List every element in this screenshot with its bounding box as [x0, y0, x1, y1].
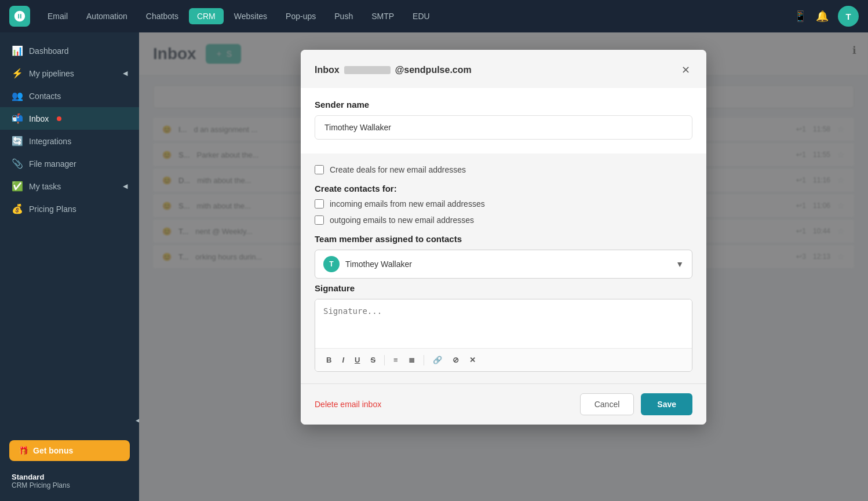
- nav-popups[interactable]: Pop-ups: [278, 8, 324, 24]
- sidebar-item-integrations[interactable]: 🔄 Integrations: [0, 130, 139, 152]
- inbox-settings-modal: Inbox @sendpulse.com ✕ Sender name: [301, 50, 706, 425]
- sidebar-bottom: 🎁 Get bonus: [0, 433, 139, 468]
- get-bonus-label: Get bonus: [33, 446, 73, 455]
- mobile-icon[interactable]: 📱: [794, 10, 807, 23]
- get-bonus-button[interactable]: 🎁 Get bonus: [9, 440, 130, 461]
- nav-push[interactable]: Push: [326, 8, 361, 24]
- toolbar-bold[interactable]: B: [322, 353, 335, 367]
- toolbar-divider-2: [424, 355, 424, 365]
- nav-smtp[interactable]: SMTP: [363, 8, 402, 24]
- sidebar-item-tasks[interactable]: ✅ My tasks ◀: [0, 175, 139, 198]
- sidebar-item-label-contacts: Contacts: [29, 92, 61, 101]
- signature-toolbar: B I U S ≡ ≣ 🔗 ⊘ ✕: [315, 348, 692, 371]
- inbox-icon: 📬: [12, 113, 23, 124]
- save-button[interactable]: Save: [641, 393, 692, 415]
- create-contacts-label: Create contacts for:: [315, 184, 692, 193]
- sidebar-item-label-dashboard: Dashboard: [29, 46, 69, 56]
- nav-crm[interactable]: CRM: [189, 8, 224, 24]
- sender-name-section: Sender name: [301, 88, 706, 153]
- plan-name: Standard: [12, 473, 127, 481]
- nav-websites[interactable]: Websites: [226, 8, 275, 24]
- sidebar-item-pricing[interactable]: 💰 Pricing Plans: [0, 198, 139, 220]
- toolbar-divider-1: [384, 355, 385, 365]
- sidebar-item-dashboard[interactable]: 📊 Dashboard: [0, 39, 139, 62]
- modal-body: Create deals for new email addresses Cre…: [301, 153, 706, 383]
- incoming-emails-checkbox[interactable]: [315, 199, 324, 209]
- create-deals-row: Create deals for new email addresses: [315, 165, 692, 174]
- sidebar-item-contacts[interactable]: 👥 Contacts: [0, 85, 139, 107]
- toolbar-underline[interactable]: U: [351, 353, 364, 367]
- toolbar-italic[interactable]: I: [338, 353, 348, 367]
- toolbar-clear[interactable]: ✕: [465, 353, 480, 367]
- top-nav: Email Automation Chatbots CRM Websites P…: [0, 0, 868, 32]
- sidebar-item-label-tasks: My tasks: [29, 182, 61, 191]
- main-layout: 📊 Dashboard ⚡ My pipelines ◀ 👥 Contacts …: [0, 32, 868, 501]
- nav-chatbots[interactable]: Chatbots: [138, 8, 187, 24]
- contacts-icon: 👥: [12, 90, 23, 101]
- cancel-button[interactable]: Cancel: [580, 393, 634, 415]
- sidebar: 📊 Dashboard ⚡ My pipelines ◀ 👥 Contacts …: [0, 32, 139, 501]
- sidebar-item-pipelines[interactable]: ⚡ My pipelines ◀: [0, 62, 139, 85]
- user-avatar[interactable]: T: [838, 6, 859, 27]
- plan-sub: CRM Pricing Plans: [12, 481, 127, 489]
- incoming-emails-label: incoming emails from new email addresses: [330, 199, 485, 209]
- filemanager-icon: 📎: [12, 158, 23, 169]
- email-blur: [344, 66, 391, 74]
- bell-icon[interactable]: 🔔: [816, 10, 829, 23]
- modal-overlay: Inbox @sendpulse.com ✕ Sender name: [139, 32, 868, 501]
- modal-header: Inbox @sendpulse.com ✕: [301, 50, 706, 88]
- signature-area: B I U S ≡ ≣ 🔗 ⊘ ✕: [315, 299, 692, 372]
- modal-close-button[interactable]: ✕: [679, 61, 692, 79]
- modal-footer: Delete email inbox Cancel Save: [301, 383, 706, 425]
- outgoing-emails-row: outgoing emails to new email addresses: [315, 215, 692, 225]
- team-member-value: Timothey Wallaker: [345, 259, 412, 269]
- toolbar-strikethrough[interactable]: S: [366, 353, 380, 367]
- nav-automation[interactable]: Automation: [78, 8, 136, 24]
- sidebar-item-label-inbox: Inbox: [29, 114, 49, 123]
- team-member-avatar: T: [323, 256, 340, 272]
- create-deals-label: Create deals for new email addresses: [330, 165, 466, 174]
- sidebar-item-filemanager[interactable]: 📎 File manager: [0, 152, 139, 175]
- toolbar-unlink[interactable]: ⊘: [448, 353, 463, 367]
- pipelines-arrow: ◀: [123, 70, 127, 77]
- tasks-icon: ✅: [12, 181, 23, 192]
- inbox-badge: [57, 116, 61, 121]
- sidebar-item-label-pricing: Pricing Plans: [29, 204, 76, 214]
- modal-title-suffix: @sendpulse.com: [395, 65, 472, 75]
- outgoing-emails-checkbox[interactable]: [315, 215, 324, 225]
- nav-edu[interactable]: EDU: [404, 8, 438, 24]
- nav-email[interactable]: Email: [39, 8, 76, 24]
- delete-inbox-button[interactable]: Delete email inbox: [315, 400, 381, 409]
- toolbar-bullet-list[interactable]: ≡: [389, 353, 402, 367]
- app-logo[interactable]: [9, 6, 30, 27]
- incoming-emails-row: incoming emails from new email addresses: [315, 199, 692, 209]
- sender-name-input[interactable]: [315, 115, 692, 140]
- toolbar-link[interactable]: 🔗: [429, 353, 446, 367]
- modal-title: Inbox @sendpulse.com: [315, 65, 472, 75]
- sender-name-label: Sender name: [315, 100, 692, 109]
- create-deals-checkbox[interactable]: [315, 165, 324, 174]
- team-member-dropdown[interactable]: T Timothey Wallaker ▼: [315, 250, 692, 279]
- dashboard-icon: 📊: [12, 45, 23, 56]
- outgoing-emails-label: outgoing emails to new email addresses: [330, 215, 474, 225]
- toolbar-ordered-list[interactable]: ≣: [404, 353, 419, 367]
- gift-icon: 🎁: [19, 446, 28, 455]
- footer-actions: Cancel Save: [580, 393, 692, 415]
- modal-title-prefix: Inbox: [315, 65, 340, 75]
- content-area: Inbox ＋ S 😊 I... d an assignment ... ↩1: [139, 32, 868, 501]
- team-member-section-label: Team member assigned to contacts: [315, 234, 692, 244]
- nav-right: 📱 🔔 T: [794, 6, 859, 27]
- sidebar-footer: Standard CRM Pricing Plans: [0, 468, 139, 494]
- sidebar-item-label-pipelines: My pipelines: [29, 69, 74, 78]
- pipelines-icon: ⚡: [12, 68, 23, 79]
- signature-textarea[interactable]: [315, 299, 692, 346]
- sidebar-item-label-filemanager: File manager: [29, 159, 76, 169]
- sidebar-item-inbox[interactable]: 📬 Inbox: [0, 107, 139, 130]
- sidebar-item-label-integrations: Integrations: [29, 137, 71, 146]
- dropdown-arrow-icon: ▼: [676, 259, 684, 269]
- integrations-icon: 🔄: [12, 136, 23, 147]
- pricing-icon: 💰: [12, 203, 23, 214]
- signature-label: Signature: [315, 283, 692, 293]
- tasks-arrow: ◀: [123, 182, 127, 190]
